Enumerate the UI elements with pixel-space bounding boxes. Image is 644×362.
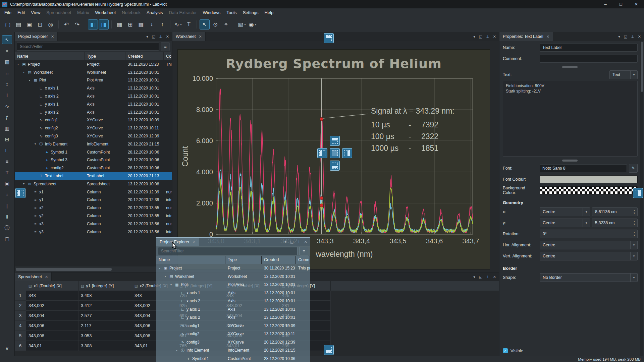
add-info-element-button[interactable]: ⓘ bbox=[2, 223, 12, 232]
dock-menu-icon[interactable]: ▾ bbox=[618, 35, 620, 39]
add-axis-button[interactable]: ∟ bbox=[2, 146, 12, 155]
floating-project-explorer[interactable]: Project Explorer ✕ ▾◱⊥✕ ≡ NameTypeCreate… bbox=[156, 237, 310, 362]
zoom-selection-button[interactable]: ▧ bbox=[2, 57, 12, 66]
tree-item-info-element[interactable]: ▾ⓘInfo ElementInfoElement20.12.2020 21:1… bbox=[15, 140, 172, 148]
dock-close-icon[interactable]: ✕ bbox=[304, 240, 307, 244]
dock-pin-icon[interactable]: ⊥ bbox=[486, 275, 489, 279]
column-header-commen[interactable]: Commen bbox=[164, 52, 172, 61]
dock-close-icon[interactable]: ✕ bbox=[638, 35, 641, 39]
menu-edit[interactable]: Edit bbox=[14, 8, 28, 17]
open-project-button[interactable]: ▤ bbox=[13, 19, 23, 29]
dock-pin-icon[interactable]: ⊥ bbox=[486, 35, 489, 39]
info-element-label[interactable]: Signal at λ = 343.29 nm: 10 µs-7392100 µ… bbox=[371, 107, 454, 153]
filter-options-button[interactable]: ≡ bbox=[161, 42, 170, 51]
ghost-tree-item-symbol-1[interactable]: +Symbol 1CustomPoint28.12.2020 10:06 bbox=[156, 355, 310, 362]
splitter-grip[interactable] bbox=[562, 160, 578, 162]
drop-indicator-center-4[interactable] bbox=[330, 148, 340, 158]
menu-windows[interactable]: Windows bbox=[200, 8, 224, 17]
maximize-button[interactable]: □ bbox=[613, 0, 629, 8]
zoom-y-selection-button[interactable]: ↕ bbox=[2, 79, 12, 88]
column-header-type[interactable]: Type bbox=[225, 256, 262, 264]
sheet-cell[interactable]: 2.577 bbox=[78, 311, 132, 321]
sheet-cell[interactable]: 3.412 bbox=[78, 301, 132, 311]
ghost-tree-item-project[interactable]: ▾▣ProjectProject30.11.2020 15:23This pro… bbox=[156, 264, 310, 273]
close-icon[interactable]: ✕ bbox=[51, 35, 54, 39]
sheet-cell[interactable]: 343 bbox=[26, 291, 78, 301]
add-image-button[interactable]: ▣ bbox=[2, 179, 12, 188]
sheet-cell[interactable]: 343,004 bbox=[26, 311, 78, 321]
drop-indicator-right-3[interactable] bbox=[633, 188, 643, 198]
menu-worksheet[interactable]: Worksheet bbox=[92, 8, 119, 17]
horizontal-scrollbar[interactable] bbox=[16, 268, 171, 271]
menu-matrix[interactable]: Matrix bbox=[74, 8, 92, 17]
add-text-label-button[interactable]: T bbox=[184, 19, 194, 29]
expander-icon[interactable]: ▾ bbox=[28, 79, 32, 82]
spin-arrows-icon[interactable]: ▴▾ bbox=[631, 230, 637, 238]
dock-float-icon[interactable]: ◱ bbox=[290, 240, 293, 244]
add-boxplot-button[interactable]: ⊟ bbox=[2, 135, 12, 144]
row-number[interactable]: 1 bbox=[15, 291, 26, 301]
select-region-button[interactable]: ▢ bbox=[2, 234, 12, 243]
ghost-tree-item-config3[interactable]: ∿config3XYCurve20.12.2020 12:39 bbox=[156, 338, 310, 347]
add-custom-point-button[interactable]: + bbox=[2, 190, 12, 199]
tree-item-config2[interactable]: ∿config2XYCurve13.12.2020 10:11 bbox=[15, 124, 172, 132]
expander-icon[interactable]: ▾ bbox=[163, 275, 167, 278]
x-position-combo[interactable]: Centre ▾ bbox=[540, 207, 590, 216]
close-icon[interactable]: ✕ bbox=[45, 275, 48, 279]
pointer-button[interactable]: ↖ bbox=[2, 35, 12, 44]
font-picker-button[interactable]: ✎ bbox=[629, 164, 638, 173]
drop-indicator-bottom-1[interactable] bbox=[324, 345, 334, 355]
spin-arrows-icon[interactable]: ▴▾ bbox=[631, 219, 637, 227]
hor-alignment-combo[interactable]: Centre ▾ bbox=[540, 241, 638, 249]
add-histogram-button[interactable]: ▥ bbox=[2, 124, 12, 133]
add-reference-range-button[interactable]: ‖ bbox=[2, 212, 12, 221]
background-colour-swatch[interactable] bbox=[540, 186, 638, 194]
tree-item-config1[interactable]: ∿config1XYCurve13.12.2020 10:09 bbox=[15, 116, 172, 124]
menu-data-extractor[interactable]: Data Extractor bbox=[166, 8, 200, 17]
filter-options-button[interactable]: ≡ bbox=[300, 247, 308, 255]
expander-icon[interactable]: ▾ bbox=[158, 267, 162, 270]
crosshair-mode-button[interactable]: ⊙ bbox=[210, 19, 220, 29]
column-header-created[interactable]: Created bbox=[262, 256, 296, 264]
sheet-cell[interactable]: 343,006 bbox=[26, 321, 78, 331]
new-plot-button[interactable]: ∿▾ bbox=[173, 19, 183, 29]
zoom-mode-button[interactable]: ⌖ bbox=[221, 19, 231, 29]
dock-close-icon[interactable]: ✕ bbox=[493, 35, 496, 39]
vertical-scrollbar[interactable] bbox=[640, 41, 643, 356]
new-matrix-button[interactable]: ▩ bbox=[136, 19, 146, 29]
font-field[interactable] bbox=[540, 164, 627, 172]
y-position-combo[interactable]: Centre ▾ bbox=[540, 219, 590, 227]
sheet-cell[interactable]: 3.408 bbox=[78, 291, 132, 301]
column-header-x1-double-x[interactable]: ▤x1 {Double} [X] bbox=[26, 281, 78, 291]
dock-close-icon[interactable]: ✕ bbox=[166, 35, 169, 39]
sheet-cell[interactable]: 343,002 bbox=[26, 301, 78, 311]
sheet-cell[interactable]: 3.308 bbox=[78, 341, 132, 351]
menu-file[interactable]: File bbox=[1, 8, 14, 17]
spin-arrows-icon[interactable]: ▴▾ bbox=[631, 208, 637, 216]
tab-worksheet[interactable]: Worksheet ✕ bbox=[172, 32, 206, 41]
close-icon[interactable]: ✕ bbox=[193, 240, 196, 244]
ghost-tree-item-worksheet[interactable]: ▾▤WorksheetWorksheet13.12.2020 10:01 bbox=[156, 273, 310, 281]
drop-indicator-bottom-8[interactable] bbox=[330, 161, 340, 171]
tree-item-y-axis-1[interactable]: ∟y axis 1Axis13.12.2020 10:01 bbox=[15, 100, 172, 108]
tree-item-y3[interactable]: ≡y3Column20.12.2020 13:56integer da bbox=[15, 228, 172, 236]
column-header-commen[interactable]: Commen bbox=[296, 256, 310, 264]
sheet-cell[interactable]: 2.117 bbox=[78, 321, 132, 331]
tree-item-x-axis-1[interactable]: ∟x axis 1Axis13.12.2020 10:01 bbox=[15, 84, 172, 92]
scrollbar-thumb[interactable] bbox=[16, 268, 112, 271]
drop-indicator-top-0[interactable] bbox=[324, 33, 334, 43]
toggle-properties-explorer-button[interactable]: ◨ bbox=[99, 19, 109, 29]
toggle-project-explorer-button[interactable]: ◧ bbox=[88, 19, 98, 29]
column-header-name[interactable]: Name bbox=[156, 256, 225, 264]
crosshair-button[interactable]: ⌖ bbox=[2, 46, 12, 55]
search-input[interactable] bbox=[158, 247, 298, 255]
column-header-type[interactable]: Type bbox=[85, 52, 125, 61]
name-field[interactable] bbox=[540, 44, 638, 52]
tree-item-config3[interactable]: ∿config3XYCurve20.12.2020 12:39 bbox=[15, 132, 172, 140]
tree-item-plot[interactable]: ▾▦PlotPlot Area13.12.2020 10:01 bbox=[15, 76, 172, 84]
tree-item-text-label[interactable]: TText LabelTextLabel20.12.2020 21:13 bbox=[15, 172, 172, 180]
tree-item-symbol-1[interactable]: +Symbol 1CustomPoint28.12.2020 10:06 bbox=[15, 148, 172, 156]
visible-checkbox-row[interactable]: Visible bbox=[503, 348, 523, 353]
menu-analysis[interactable]: Analysis bbox=[144, 8, 166, 17]
drop-indicator-right-6[interactable] bbox=[342, 148, 352, 158]
